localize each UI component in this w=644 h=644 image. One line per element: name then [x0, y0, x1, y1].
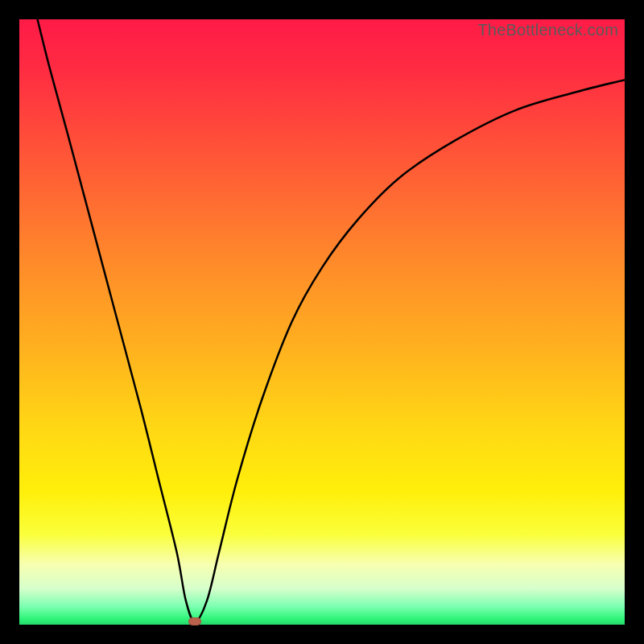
plot-area: TheBottleneck.com	[19, 19, 625, 625]
chart-frame: TheBottleneck.com	[0, 0, 644, 644]
curve-path	[38, 19, 625, 621]
min-point-marker	[188, 617, 201, 625]
bottleneck-curve	[19, 19, 625, 625]
